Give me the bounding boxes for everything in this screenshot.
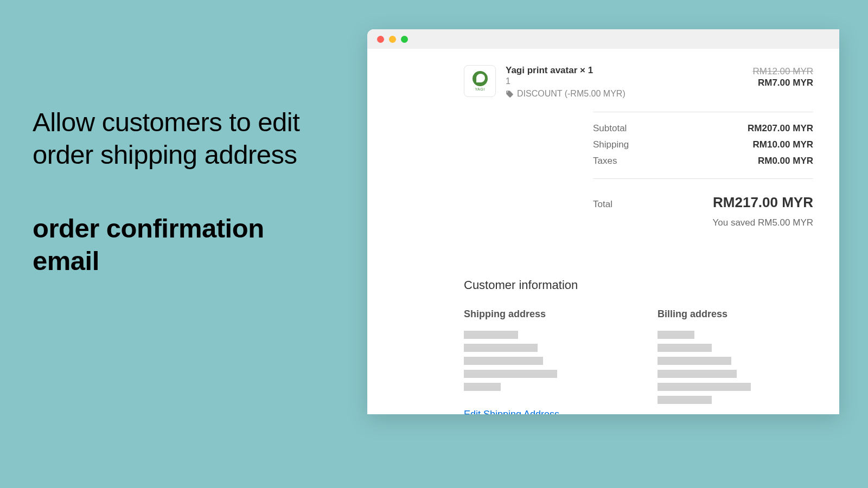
savings-text: You saved RM5.00 MYR (593, 217, 813, 228)
discount-row: DISCOUNT (-RM5.00 MYR) (506, 89, 743, 99)
address-placeholder (464, 383, 501, 391)
subtotal-value: RM207.00 MYR (748, 123, 813, 134)
product-thumb-label: YAGI (475, 87, 484, 91)
total-value: RM217.00 MYR (713, 194, 813, 211)
shipping-row: Shipping RM10.00 MYR (593, 139, 813, 150)
address-columns: Shipping address Edit Shipping Address B… (464, 309, 813, 414)
section-title: Customer information (464, 278, 813, 292)
subtotal-label: Subtotal (593, 123, 627, 134)
address-placeholder (464, 357, 543, 365)
maximize-icon[interactable] (401, 36, 408, 43)
billing-address-heading: Billing address (658, 309, 813, 320)
address-placeholder (658, 357, 731, 365)
grand-total-row: Total RM217.00 MYR (593, 194, 813, 211)
address-placeholder (658, 344, 712, 352)
address-placeholder (464, 344, 538, 352)
item-details: Yagi print avatar × 1 1 DISCOUNT (-RM5.0… (506, 65, 743, 99)
shipping-address-heading: Shipping address (464, 309, 620, 320)
promo-headline: Allow customers to edit order shipping a… (33, 106, 336, 171)
total-label: Total (593, 199, 612, 210)
divider (593, 178, 813, 179)
minimize-icon[interactable] (389, 36, 396, 43)
promo-text-block: Allow customers to edit order shipping a… (33, 106, 336, 277)
item-name: Yagi print avatar × 1 (506, 65, 743, 76)
order-line-item: YAGI Yagi print avatar × 1 1 DISCOUNT (-… (464, 65, 813, 99)
shipping-address-column: Shipping address Edit Shipping Address (464, 309, 620, 414)
discount-text: DISCOUNT (-RM5.00 MYR) (517, 89, 626, 99)
taxes-value: RM0.00 MYR (758, 156, 813, 166)
address-placeholder (464, 370, 557, 378)
order-totals: Subtotal RM207.00 MYR Shipping RM10.00 M… (593, 112, 813, 228)
yagi-logo-icon (473, 71, 488, 86)
address-placeholder (464, 331, 518, 339)
price-final: RM7.00 MYR (753, 78, 813, 88)
item-prices: RM12.00 MYR RM7.00 MYR (753, 65, 813, 88)
subtotal-row: Subtotal RM207.00 MYR (593, 123, 813, 134)
close-icon[interactable] (377, 36, 384, 43)
promo-subheadline: order confirmation email (33, 212, 336, 278)
customer-information-section: Customer information Shipping address Ed… (464, 278, 813, 414)
taxes-row: Taxes RM0.00 MYR (593, 156, 813, 166)
tag-icon (506, 90, 514, 98)
price-original: RM12.00 MYR (753, 66, 813, 77)
address-placeholder (658, 383, 751, 391)
edit-shipping-address-link[interactable]: Edit Shipping Address (464, 409, 559, 414)
window-titlebar (367, 29, 839, 49)
taxes-label: Taxes (593, 156, 617, 166)
address-placeholder (658, 370, 737, 378)
product-thumbnail: YAGI (464, 65, 496, 97)
email-preview-window: YAGI Yagi print avatar × 1 1 DISCOUNT (-… (367, 29, 839, 414)
address-placeholder (658, 331, 694, 339)
email-body: YAGI Yagi print avatar × 1 1 DISCOUNT (-… (367, 49, 839, 414)
address-placeholder (658, 396, 712, 404)
billing-address-column: Billing address (658, 309, 813, 414)
shipping-value: RM10.00 MYR (753, 139, 813, 150)
item-quantity: 1 (506, 76, 743, 86)
divider (593, 112, 813, 112)
shipping-label: Shipping (593, 139, 629, 150)
